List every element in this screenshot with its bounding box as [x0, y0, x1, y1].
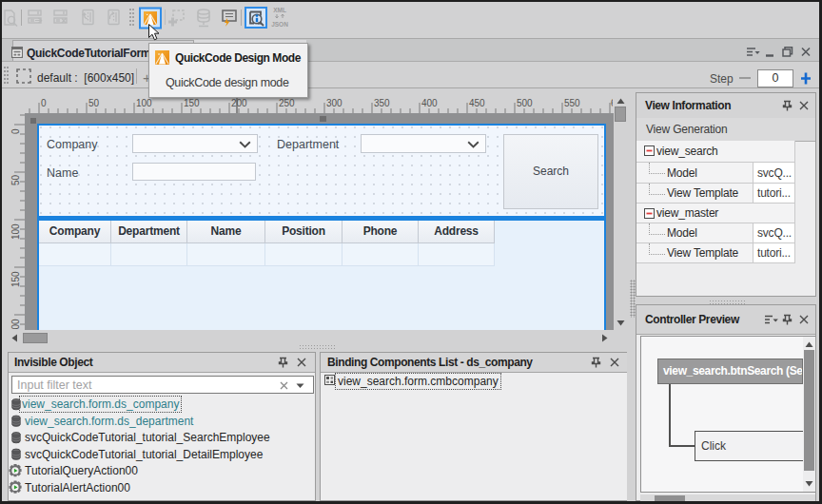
svg-text:200: 200 [10, 319, 21, 329]
svg-text:50: 50 [88, 98, 100, 108]
svg-text:350: 350 [374, 98, 390, 108]
svg-text:6: 6 [611, 98, 613, 108]
svg-text:0: 0 [10, 128, 21, 134]
svg-text:JSON: JSON [271, 21, 288, 28]
svg-text:250: 250 [279, 98, 295, 108]
svg-text:XML: XML [273, 7, 286, 13]
svg-text:550: 550 [564, 98, 580, 108]
svg-text:300: 300 [326, 98, 342, 108]
svg-text:150: 150 [184, 98, 200, 108]
svg-text:500: 500 [517, 98, 533, 108]
svg-text:150: 150 [10, 271, 21, 287]
svg-text:450: 450 [469, 98, 485, 108]
svg-text:100: 100 [10, 223, 21, 240]
svg-text:0: 0 [41, 98, 47, 108]
svg-text:200: 200 [231, 98, 247, 108]
svg-text:100: 100 [136, 98, 152, 108]
svg-text:50: 50 [10, 174, 21, 185]
svg-text:400: 400 [421, 98, 438, 108]
